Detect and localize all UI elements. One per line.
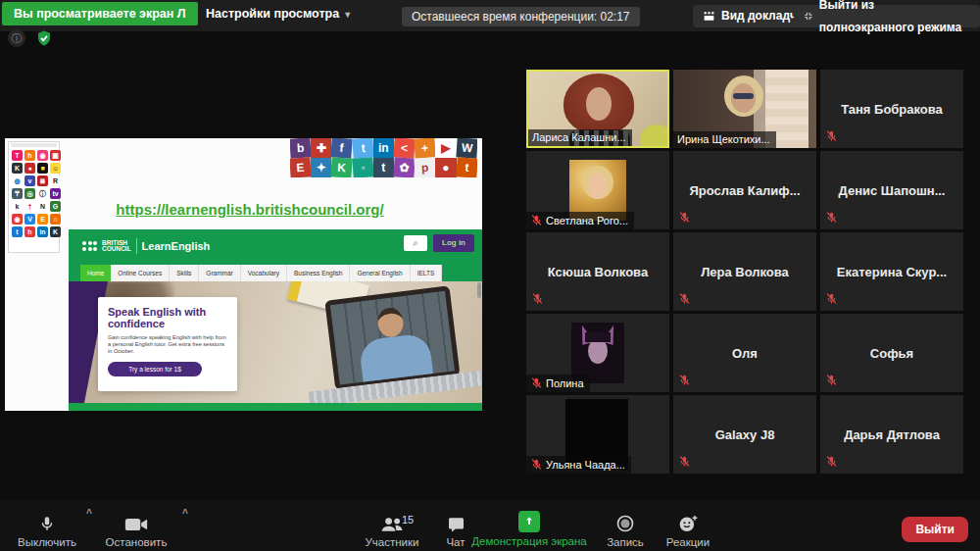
participant-tile[interactable]: Лера Волкова: [673, 232, 816, 311]
meeting-info-icon[interactable]: ⓘ: [8, 29, 25, 47]
mic-muted-icon: [530, 376, 543, 389]
nav-tab-vocabulary[interactable]: Vocabulary: [241, 265, 287, 281]
participant-tile-video[interactable]: Ирина Щекотихи...: [673, 70, 816, 148]
mic-muted-icon: [825, 455, 838, 468]
britishcouncil-website: BRITISHCOUNCIL LearnEnglish ⌕ Log in Hom…: [69, 229, 482, 411]
stop-video-button[interactable]: Остановить видео: [94, 510, 178, 551]
nav-tab-business-english[interactable]: Business English: [287, 265, 351, 281]
record-button[interactable]: Запись: [600, 510, 651, 548]
app-icon: G: [50, 201, 61, 212]
participant-tile-video[interactable]: Лариса Калашни...: [526, 70, 669, 148]
social-logo-piece: E: [290, 157, 312, 177]
nav-tab-general-english[interactable]: General English: [350, 265, 410, 281]
share-screen-icon: [518, 511, 540, 532]
app-icon: ☺: [50, 163, 61, 174]
leave-meeting-button[interactable]: Выйти: [902, 517, 968, 542]
participant-tile[interactable]: Galaxy J8: [673, 395, 816, 474]
exit-fullscreen-icon: [804, 10, 813, 23]
social-logo-piece: ▶: [435, 138, 456, 158]
tutor-face: [376, 306, 405, 338]
app-icon: h: [24, 226, 35, 237]
app-icon: †: [24, 201, 35, 212]
chevron-down-icon: ▼: [343, 10, 352, 20]
app-icon: v: [24, 175, 35, 186]
social-logo-piece: t: [456, 157, 477, 177]
gallery-view-icon: [703, 10, 715, 23]
nav-tab-home[interactable]: Home: [80, 265, 111, 281]
social-logo-piece: <: [393, 138, 416, 159]
british-council-logo: BRITISHCOUNCIL LearnEnglish: [82, 238, 210, 254]
logo-dots-icon: [82, 241, 97, 251]
nav-tab-skills[interactable]: Skills: [170, 265, 199, 281]
participant-tile-video[interactable]: Ульяна Чаада...: [526, 395, 669, 474]
hero-cta-button[interactable]: Try a lesson for 1$: [108, 362, 202, 376]
app-icon: ◉: [12, 214, 23, 225]
phone-screenshot: Th◉▣K●■☺◍v≣R₸◎ⓘtvk†NG◉VE⌂thinK: [8, 141, 60, 253]
participant-tile[interactable]: Ксюша Волкова: [526, 232, 669, 311]
top-bar: Вы просматриваете экран Л Настройки прос…: [0, 0, 980, 31]
app-icon: ≣: [37, 175, 48, 186]
nav-tab-grammar[interactable]: Grammar: [199, 265, 240, 281]
participant-name: Екатерина Скур...: [820, 232, 963, 311]
site-search-button[interactable]: ⌕: [404, 235, 427, 251]
participants-button[interactable]: Участники: [353, 510, 431, 548]
mute-options-chevron[interactable]: ^: [86, 508, 92, 519]
app-icon: h: [24, 150, 35, 161]
reactions-button[interactable]: Реакции: [659, 510, 717, 548]
exit-fullscreen-button[interactable]: Выйти из полноэкранного режима: [794, 5, 980, 27]
mute-button[interactable]: Выключить звук: [8, 510, 86, 551]
site-hero: Speak English with confidence Gain confi…: [69, 281, 482, 403]
app-icon: K: [50, 226, 61, 237]
participant-name: Galaxy J8: [673, 395, 816, 474]
participant-tile[interactable]: Софья: [820, 314, 963, 392]
social-logo-piece: ●: [435, 158, 456, 177]
encryption-shield-icon[interactable]: [35, 29, 53, 47]
social-logo-piece: W: [456, 138, 477, 159]
mic-muted-icon: [825, 211, 838, 224]
participant-tile-avatar[interactable]: Полина: [526, 314, 669, 392]
shared-screen-slide: Th◉▣K●■☺◍v≣R₸◎ⓘtvk†NG◉VE⌂thinK b✚ftin<+▶…: [5, 138, 482, 411]
app-icon: ◉: [37, 150, 48, 161]
participant-name: Ярослав Калиф...: [673, 151, 816, 229]
view-settings-dropdown[interactable]: Настройки просмотра▼: [198, 2, 360, 25]
participant-tile[interactable]: Таня Бобракова: [820, 70, 963, 148]
app-icon: ▣: [50, 150, 61, 161]
app-icon: V: [24, 214, 35, 225]
mic-muted-icon: [678, 211, 691, 224]
social-logo-piece: p: [414, 157, 436, 177]
mic-muted-icon: [530, 458, 543, 471]
app-icon: in: [37, 226, 48, 237]
participant-name: Оля: [673, 314, 816, 392]
learnenglish-url-link[interactable]: https://learnenglish.britishcouncil.org/: [64, 201, 436, 218]
mic-muted-icon: [530, 214, 543, 226]
nav-tab-ielts[interactable]: IELTS: [411, 265, 443, 281]
participant-name: Лера Волкова: [673, 232, 816, 311]
social-media-collage: b✚ftin<+▶WE✦K◦t✿p●t: [290, 138, 477, 177]
hero-laptop: [297, 283, 482, 403]
participant-tile[interactable]: Денис Шапошн...: [820, 151, 963, 229]
app-icon: k: [12, 201, 23, 212]
app-icon: t: [12, 226, 23, 237]
social-logo-piece: K: [331, 157, 354, 177]
social-logo-piece: b: [290, 138, 312, 159]
social-logo-piece: ✦: [311, 158, 331, 177]
participant-tile[interactable]: Дарья Дятлова: [820, 395, 963, 474]
site-brand: LearnEnglish: [142, 240, 211, 252]
mic-muted-icon: [825, 292, 838, 305]
reactions-smiley-icon: [678, 514, 699, 533]
participant-tile-avatar[interactable]: Светлана Рого...: [526, 151, 669, 229]
site-login-button[interactable]: Log in: [433, 234, 474, 252]
nav-tab-online-courses[interactable]: Online Courses: [111, 265, 170, 281]
share-screen-button[interactable]: Демонстрация экрана: [468, 509, 590, 547]
mic-muted-icon: [678, 292, 691, 305]
participants-icon: [380, 516, 404, 533]
participant-tile[interactable]: Ярослав Калиф...: [673, 151, 816, 229]
participant-tile[interactable]: Екатерина Скур...: [820, 232, 963, 311]
participant-tile[interactable]: Оля: [673, 314, 816, 392]
hero-title: Speak English with confidence: [108, 306, 227, 329]
camera-icon: [124, 516, 148, 533]
app-icon: ■: [37, 163, 48, 174]
social-logo-piece: t: [373, 158, 394, 177]
slide-scrollbar[interactable]: [477, 282, 481, 298]
video-options-chevron[interactable]: ^: [182, 508, 188, 519]
